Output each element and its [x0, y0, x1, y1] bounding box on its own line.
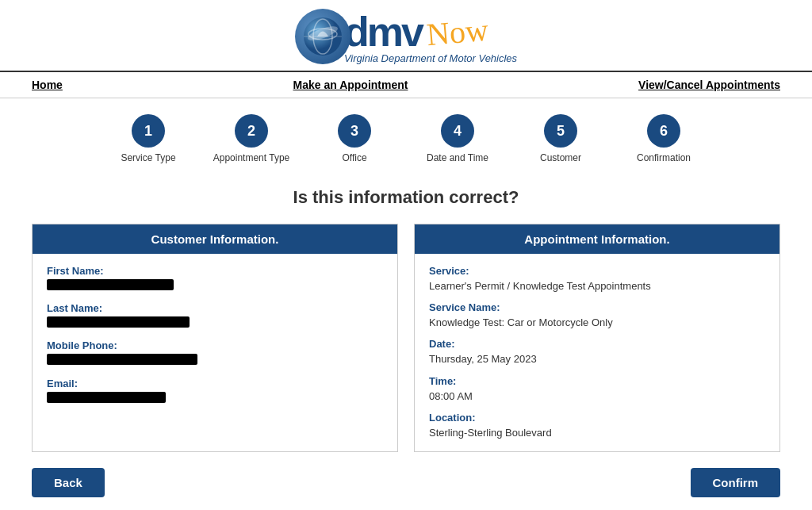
nav-view-cancel[interactable]: View/Cancel Appointments [638, 79, 780, 91]
step-1-label: Service Type [121, 152, 175, 163]
email-value [47, 392, 383, 407]
logo-globe-icon [295, 9, 350, 64]
first-name-label: First Name: [47, 265, 383, 277]
step-5-circle: 5 [544, 114, 577, 148]
email-label: Email: [47, 378, 383, 389]
time-value: 08:00 AM [429, 389, 765, 404]
step-1-circle: 1 [132, 114, 165, 148]
step-2: 2 Appointment Type [200, 114, 303, 163]
time-label: Time: [429, 375, 765, 387]
first-name-redacted [47, 279, 174, 290]
step-6-label: Confirmation [637, 152, 691, 163]
logo-dmv-text: dmv [344, 8, 422, 56]
customer-info-card: Customer Information. First Name: Last N… [32, 224, 398, 452]
mobile-phone-value [47, 354, 383, 369]
page-question: Is this information correct? [32, 187, 780, 208]
customer-card-header: Customer Information. [33, 224, 397, 254]
service-name-value: Knowledge Test: Car or Motorcycle Only [429, 316, 765, 330]
logo-subtitle: Virginia Department of Motor Vehicles [344, 52, 517, 64]
step-3: 3 Office [303, 114, 406, 163]
step-6-circle: 6 [647, 114, 680, 148]
step-2-circle: 2 [235, 114, 268, 148]
service-value: Learner's Permit / Knowledge Test Appoin… [429, 279, 765, 293]
main-nav: Home Make an Appointment View/Cancel App… [0, 72, 812, 98]
location-value: Sterling-Sterling Boulevard [429, 426, 765, 440]
step-3-circle: 3 [338, 114, 371, 148]
mobile-phone-label: Mobile Phone: [47, 339, 383, 351]
logo-now-text: Now [425, 10, 490, 53]
last-name-value [47, 316, 383, 332]
last-name-label: Last Name: [47, 302, 383, 314]
step-5-label: Customer [540, 152, 581, 163]
nav-home[interactable]: Home [32, 79, 63, 91]
step-2-label: Appointment Type [213, 152, 290, 163]
appointment-card-header: Appointment Information. [415, 224, 779, 254]
back-button[interactable]: Back [32, 468, 105, 497]
step-1: 1 Service Type [97, 114, 200, 163]
confirm-button[interactable]: Confirm [691, 468, 781, 497]
last-name-redacted [47, 316, 190, 328]
phone-redacted [47, 354, 197, 365]
steps-progress: 1 Service Type 2 Appointment Type 3 Offi… [0, 98, 812, 171]
main-content: Is this information correct? Customer In… [0, 171, 812, 510]
first-name-value [47, 279, 383, 294]
date-value: Thursday, 25 May 2023 [429, 352, 765, 366]
button-row: Back Confirm [32, 468, 780, 497]
email-redacted [47, 392, 166, 403]
customer-card-body: First Name: Last Name: Mobile Phone: Ema… [33, 254, 397, 418]
step-4: 4 Date and Time [406, 114, 509, 163]
step-5: 5 Customer [509, 114, 612, 163]
step-4-circle: 4 [441, 114, 474, 148]
appointment-card-body: Service: Learner's Permit / Knowledge Te… [415, 254, 779, 451]
step-3-label: Office [342, 152, 366, 163]
nav-make-appointment[interactable]: Make an Appointment [293, 79, 408, 91]
date-label: Date: [429, 338, 765, 350]
page-header: dmv Now Virginia Department of Motor Veh… [0, 0, 812, 72]
step-6: 6 Confirmation [612, 114, 715, 163]
service-name-label: Service Name: [429, 301, 765, 313]
appointment-info-card: Appointment Information. Service: Learne… [414, 224, 780, 452]
location-label: Location: [429, 412, 765, 424]
service-label: Service: [429, 265, 765, 277]
step-4-label: Date and Time [427, 152, 488, 163]
info-cards-row: Customer Information. First Name: Last N… [32, 224, 780, 452]
